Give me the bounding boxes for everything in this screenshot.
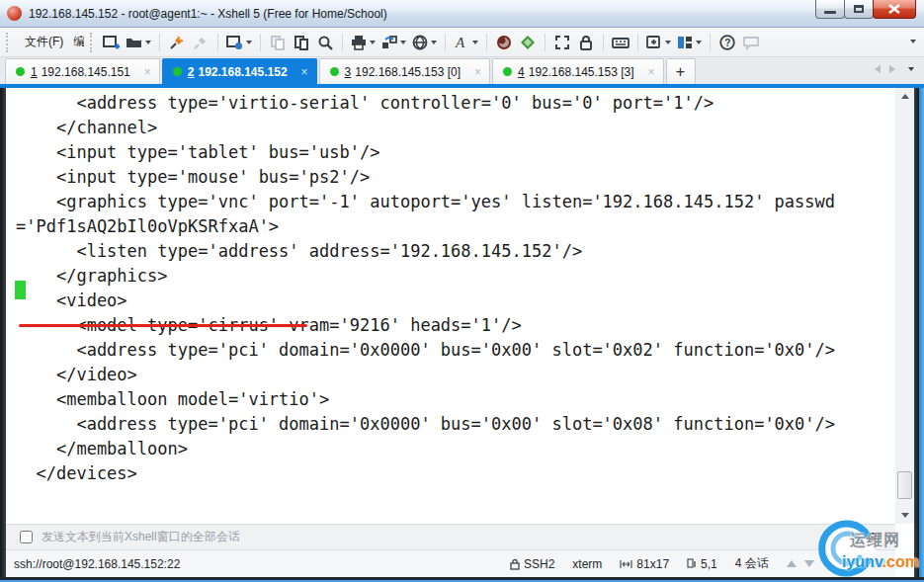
iyunv-watermark: 运维网 iyunv.com (816, 518, 921, 579)
session-count-label: 4 会话 (735, 555, 769, 572)
font-dropdown-caret[interactable] (472, 41, 478, 44)
window-title: 192.168.145.152 - root@agent1:~ - Xshell… (29, 7, 387, 21)
connect-icon (169, 35, 185, 50)
tab-label: 192.168.145.153 [3] (529, 65, 634, 79)
terminal-line: <input type='mouse' bus='ps2'/> (16, 165, 835, 190)
font-button[interactable]: A (451, 31, 481, 54)
tab-close-icon[interactable]: × (474, 65, 481, 79)
print-button[interactable] (348, 31, 378, 54)
terminal-size-indicator[interactable]: 81x17 (620, 557, 669, 571)
session-down-icon[interactable] (804, 560, 814, 567)
xftp-button[interactable] (516, 31, 540, 54)
help-button[interactable]: ? (715, 31, 739, 54)
menubar-grip[interactable] (6, 33, 9, 52)
toolbar-overflow-caret[interactable] (910, 40, 916, 43)
minimize-button[interactable] (815, 0, 845, 19)
fullscreen-icon (554, 35, 570, 50)
tab-scroll-left-icon[interactable] (875, 65, 881, 73)
transfer-dropdown-caret[interactable] (400, 41, 406, 44)
connected-dot-icon (173, 67, 182, 76)
new-tab-button[interactable]: + (666, 58, 696, 84)
disconnect-icon (193, 35, 209, 50)
terminal-line: <memballoon model='virtio'> (16, 387, 835, 412)
terminal-scrollbar[interactable] (895, 88, 914, 524)
arrow-up-icon (901, 94, 909, 99)
tab-close-icon[interactable]: × (648, 65, 655, 79)
svg-text:A: A (455, 35, 465, 50)
connected-dot-icon (503, 67, 512, 76)
session-count-indicator[interactable]: 4 会话 (735, 555, 769, 572)
terminal-line: ='Pdf1sAQ2bIl0oVpKSRfxaA'> (16, 214, 835, 239)
send-all-sessions-label: 发送文本到当前Xshell窗口的全部会话 (42, 529, 240, 545)
print-icon (351, 35, 367, 50)
connect-button[interactable] (165, 31, 189, 54)
close-button[interactable] (873, 0, 916, 19)
tab-label: 192.168.145.153 [0] (355, 65, 461, 79)
tile-layout-dropdown-caret[interactable] (696, 41, 702, 44)
ssh-lock-icon (510, 558, 520, 570)
open-session-dropdown-caret[interactable] (145, 41, 151, 44)
lock-screen-button[interactable] (574, 31, 598, 54)
scroll-up-button[interactable] (895, 88, 914, 105)
terminal-line: </devices> (16, 461, 835, 486)
print-dropdown-caret[interactable] (370, 41, 376, 44)
terminal-view[interactable]: <address type='virtio-serial' controller… (6, 88, 895, 524)
session-properties-dropdown-caret[interactable] (246, 41, 252, 44)
watermark-brand: 运维网 (850, 531, 900, 551)
session-up-icon[interactable] (787, 560, 797, 567)
menu-file[interactable]: 文件(F) (15, 30, 73, 54)
emulation-label: xterm (572, 557, 602, 571)
new-window-dropdown-caret[interactable] (665, 41, 671, 44)
protocol-indicator[interactable]: SSH2 (510, 557, 554, 571)
emulation-indicator[interactable]: xterm (572, 557, 602, 571)
cursor-position-indicator[interactable]: 5,1 (687, 557, 717, 571)
watermark-site: iyunv.com (842, 553, 919, 571)
tile-layout-button[interactable] (674, 31, 705, 54)
connection-url: ssh://root@192.168.145.152:22 (14, 557, 180, 571)
tab-session-1[interactable]: 1 192.168.145.151 × (5, 58, 160, 84)
web-dropdown-caret[interactable] (431, 41, 437, 44)
web-button[interactable] (409, 31, 440, 54)
paste-button[interactable] (290, 31, 313, 54)
tab-session-2-active[interactable]: 2 192.168.145.152 × (162, 58, 317, 84)
globe-icon (412, 35, 428, 50)
virtual-keyboard-button[interactable] (609, 31, 632, 54)
new-session-button[interactable] (99, 31, 123, 54)
copy-button[interactable] (266, 31, 290, 54)
send-all-sessions-checkbox[interactable] (20, 531, 33, 543)
tab-close-icon[interactable]: × (301, 65, 308, 79)
toolbar-grip[interactable] (90, 33, 93, 52)
title-bar[interactable]: 192.168.145.152 - root@agent1:~ - Xshell… (0, 0, 924, 28)
session-tab-bar: 1 192.168.145.151 × 2 192.168.145.152 × … (0, 57, 924, 84)
new-window-button[interactable] (643, 31, 674, 54)
find-button[interactable] (313, 31, 337, 54)
tab-list-dropdown-caret[interactable] (908, 67, 914, 71)
terminal-line: <video> (16, 289, 835, 313)
tab-number: 2 (188, 65, 195, 79)
transfer-button[interactable] (378, 31, 409, 54)
feedback-button[interactable] (739, 31, 763, 54)
paste-icon (294, 35, 309, 50)
protocol-label: SSH2 (524, 557, 554, 571)
tab-session-4[interactable]: 4 192.168.145.153 [3] × (492, 58, 663, 84)
tab-scroll-right-icon[interactable] (889, 65, 895, 73)
new-window-icon (646, 35, 662, 50)
cursor-position-label: 5,1 (701, 557, 717, 571)
maximize-button[interactable] (844, 0, 874, 19)
tab-close-icon[interactable]: × (144, 65, 151, 79)
copy-icon (270, 35, 286, 50)
help-icon: ? (719, 35, 735, 50)
send-all-sessions-bar: 发送文本到当前Xshell窗口的全部会话 (6, 524, 895, 549)
terminal-line: <address type='pci' domain='0x0000' bus=… (16, 338, 835, 363)
disconnect-button[interactable] (189, 31, 212, 54)
menu-edit-clipped[interactable]: 编 (73, 34, 84, 50)
tab-session-3[interactable]: 3 192.168.145.153 [0] × (319, 58, 490, 84)
scrollbar-thumb[interactable] (897, 471, 912, 499)
xshell-button[interactable] (492, 31, 516, 54)
terminal-line: </memballoon> (16, 437, 835, 461)
open-session-button[interactable] (123, 31, 154, 54)
session-properties-button[interactable] (223, 31, 255, 54)
caret-position-icon (687, 558, 697, 569)
password-red-underline-annotation (19, 324, 307, 327)
fullscreen-button[interactable] (550, 31, 574, 54)
